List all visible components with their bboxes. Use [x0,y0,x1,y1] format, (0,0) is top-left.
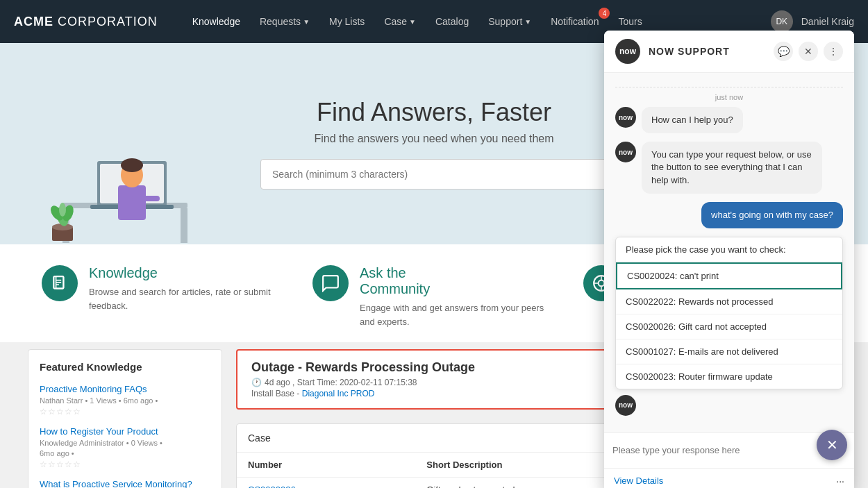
hero-subtitle: Find the answers you need when you need … [314,133,553,145]
chat-bubble-0: How can I help you? [642,107,743,133]
fk-item-0: Proactive Monitoring FAQs Nathan Starr •… [40,384,210,417]
header-right: DK Daniel Kraig [771,10,854,33]
chat-title: NOW SUPPORT [649,46,765,57]
chat-close-icon[interactable]: ✕ [799,42,818,61]
fk-author-1: Knowledge Administrator [40,439,124,447]
fk-item-1: How to Register Your Product Knowledge A… [40,426,210,469]
view-details-link[interactable]: View Details [614,476,663,486]
chat-input[interactable] [612,445,819,455]
chat-widget: now NOW SUPPORT 💬 ✕ ⋮ just now now How c… [604,31,854,488]
nav-case[interactable]: Case ▼ [377,12,423,31]
case-arrow: ▼ [409,18,416,26]
chat-header: now NOW SUPPORT 💬 ✕ ⋮ [604,31,854,73]
case-label: Case [248,432,271,444]
fk-age-0: 6mo ago [124,396,153,405]
fk-age-1: 6mo ago [40,449,69,457]
chat-logo: now [615,39,640,64]
bot-avatar-2: now [615,395,636,416]
more-options[interactable]: ··· [836,476,844,487]
dropdown-option-0[interactable]: CS0020024: can't print [616,262,842,289]
bot-avatar-1: now [615,142,636,162]
nav-catalog[interactable]: Catalog [428,12,476,31]
chat-view-details-bar: View Details ··· [604,468,854,488]
fk-author-0: Nathan Starr [40,396,83,405]
knowledge-text: Knowledge Browse and search for articles… [89,265,285,312]
support-arrow: ▼ [524,18,531,26]
knowledge-desc: Browse and search for articles, rate or … [89,285,285,312]
chat-bubble-1: You can type your request below, or use … [642,142,822,194]
community-title[interactable]: Ask theCommunity [360,265,556,297]
nav-tours[interactable]: Tours [611,12,649,31]
notification-badge: 4 [599,8,610,19]
svg-rect-2 [181,208,187,243]
community-text: Ask theCommunity Engage with and get ans… [360,265,556,328]
chat-footer: ➤ [604,432,854,468]
hero-illustration [42,78,201,244]
fk-meta-0: Nathan Starr • 1 Views • 6mo ago • [40,396,210,405]
svg-point-15 [59,203,66,217]
logo: ACME CORPORATION [14,15,158,29]
chat-bot-msg-0: now How can I help you? [615,107,843,133]
chat-header-icons: 💬 ✕ ⋮ [774,42,843,61]
fk-link-0[interactable]: Proactive Monitoring FAQs [40,384,210,394]
outage-time: 4d ago , Start Time: 2020-02-11 07:15:38 [265,378,417,387]
community-desc: Engage with and get answers from your pe… [360,301,556,328]
chat-timestamp: just now [615,93,843,101]
chat-close-float-button[interactable]: ✕ [817,430,847,460]
knowledge-title[interactable]: Knowledge [89,265,285,281]
col-number: Number [237,453,415,478]
nav-notification[interactable]: Notification 4 [544,12,606,31]
knowledge-icon [42,265,78,301]
chat-body: just now now How can I help you? now You… [604,73,854,432]
nav-knowledge[interactable]: Knowledge [185,12,247,31]
avatar[interactable]: DK [771,10,793,33]
nav-support[interactable]: Support ▼ [481,12,538,31]
fk-link-1[interactable]: How to Register Your Product [40,426,210,437]
feature-knowledge: Knowledge Browse and search for articles… [42,265,285,328]
dropdown-option-3[interactable]: CS0001027: E-mails are not delivered [616,339,842,364]
outage-install-link[interactable]: Diagonal Inc PROD [302,389,375,398]
dropdown-option-1[interactable]: CS0022022: Rewards not processed [616,289,842,314]
chat-bot-msg-1: now You can type your request below, or … [615,142,843,194]
fk-meta-1b: 6mo ago • [40,449,210,457]
main-nav: Knowledge Requests ▼ My Lists Case ▼ Cat… [185,12,771,31]
search-input[interactable] [260,159,608,190]
community-icon [312,265,349,301]
chat-comment-icon[interactable]: 💬 [774,42,793,61]
requests-arrow: ▼ [303,18,310,26]
featured-knowledge-panel: Featured Knowledge Proactive Monitoring … [28,349,222,488]
fk-views-1: 0 Views [131,439,158,447]
fk-meta-1: Knowledge Administrator • 0 Views • [40,439,210,447]
chat-user-msg: what's going on with my case? [615,202,843,228]
bot-avatar-0: now [615,107,636,128]
dropdown-option-4[interactable]: CS0020023: Router firmware update [616,364,842,389]
feature-community: Ask theCommunity Engage with and get ans… [312,265,556,328]
svg-rect-9 [132,196,160,201]
fk-stars-0: ☆☆☆☆☆ [40,407,210,417]
user-name: Daniel Kraig [801,16,854,27]
chat-dropdown: Please pick the case you want to check: … [615,237,843,389]
fk-link-2[interactable]: What is Proactive Service Monitoring? [40,479,210,488]
chat-menu-icon[interactable]: ⋮ [824,42,843,61]
chat-dropdown-label: Please pick the case you want to check: [616,237,842,262]
case-number-link[interactable]: CS0020026 [248,485,296,488]
chat-bot-msg-2: now [615,395,843,416]
clock-icon: 🕐 [251,378,262,387]
svg-point-8 [121,158,143,172]
fk-stars-1: ☆☆☆☆☆ [40,460,210,469]
chat-divider [615,87,843,87]
nav-requests[interactable]: Requests ▼ [253,12,317,31]
featured-knowledge-title: Featured Knowledge [40,361,210,373]
nav-mylists[interactable]: My Lists [322,12,372,31]
fk-item-2: What is Proactive Service Monitoring? Em… [40,479,210,488]
svg-rect-6 [118,185,146,220]
dropdown-option-2[interactable]: CS0020026: Gift card not accepted [616,314,842,339]
hero-title: Find Answers, Faster [317,98,551,127]
chat-user-bubble: what's going on with my case? [701,202,843,228]
fk-views-0: 1 Views [90,396,116,405]
